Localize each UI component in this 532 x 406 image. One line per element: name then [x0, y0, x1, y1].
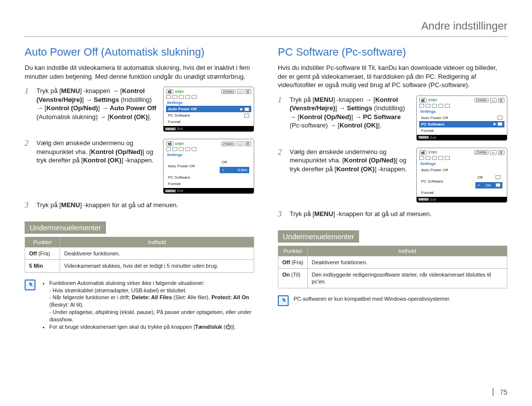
step-1-text: Tryk på [MENU] ‑knappen → [Kontrol (Vens… [290, 95, 411, 130]
right-title: PC Software (Pc-software) [278, 46, 507, 59]
battery-icon: ▥ [498, 150, 504, 155]
col-indhold: Indhold [60, 237, 254, 248]
menu-item-auto-power-off: Auto Power Off▶ [166, 106, 251, 112]
pc-icon [244, 114, 249, 118]
menu-item-format: Format [166, 181, 251, 187]
option-5min: 5 Min [220, 167, 249, 173]
stby-label: STBY [175, 90, 184, 94]
minutes-label: 254Min [221, 90, 235, 94]
step-3-text: Tryk på [MENU] ‑knappen for at gå ud af … [36, 201, 254, 210]
stby-label: STBY [175, 142, 184, 146]
clock-icon [244, 107, 249, 111]
sd-icon: ▭ [490, 98, 497, 103]
pc-icon [498, 122, 502, 126]
on-icon [496, 183, 500, 187]
menu-item-auto-power-off: Auto Power Off [419, 167, 504, 173]
menu-tag: MENU [165, 127, 176, 130]
minutes-label: 254Min [221, 142, 235, 146]
minutes-label: 254Min [474, 98, 489, 102]
submenu-heading: Undermenuelementer [25, 221, 106, 234]
settings-label: Settings [418, 108, 505, 115]
right-intro: Hvis du indstiller Pc-software til Til, … [278, 63, 507, 90]
sd-icon: ▭ [237, 141, 243, 146]
note-icon: ✎ [25, 280, 35, 290]
settings-label: Settings [418, 160, 505, 167]
step-number: 2 [25, 139, 32, 148]
col-indhold: Indhold [307, 246, 507, 256]
menu-item-pc-software: PC Software Off On [419, 173, 504, 189]
table-row-off: Off (Fra) [25, 248, 60, 260]
submenu-table: PunkterIndhold Off (Fra)Deaktiverer funk… [278, 246, 507, 288]
menu-item-format: Format [419, 127, 504, 134]
camera-screen-4: 📹 STBY 254Min ▭ ▥ Settings Auto Power Of… [416, 148, 507, 203]
camera-icon: 📹 [419, 150, 427, 155]
page-header: Andre indstillinger [25, 20, 507, 37]
exit-label: Exit [431, 198, 436, 201]
step-2-text: Vælg den ønskede undermenu og menupunkte… [290, 148, 411, 174]
battery-icon: ▥ [245, 141, 251, 146]
clock-icon [498, 116, 502, 120]
col-punkter: Punkter [25, 237, 60, 248]
minutes-label: 254Min [474, 150, 489, 155]
stby-label: STBY [428, 98, 437, 102]
camera-screen-3: 📹 STBY 254Min ▭ ▥ Settings Auto Power Of… [416, 95, 507, 141]
submenu-heading: Undermenuelementer [278, 230, 359, 243]
menu-item-pc-software: PC Software▶ [419, 121, 504, 127]
check-icon [222, 168, 225, 172]
settings-label: Settings [165, 152, 252, 158]
step-number: 2 [278, 148, 285, 156]
menu-tag: MENU [418, 198, 429, 201]
menu-item-pc-software: PC Software [166, 174, 251, 181]
note-icon: ✎ [278, 295, 289, 306]
exit-label: Exit [177, 127, 183, 130]
camera-icon: 📹 [166, 141, 173, 146]
step-number: 1 [25, 87, 32, 95]
col-punkter: Punkter [278, 246, 308, 256]
battery-icon: ▥ [245, 89, 251, 94]
left-title: Auto Power Off (Automatisk slukning) [25, 46, 254, 59]
menu-tag: MENU [165, 189, 176, 192]
battery-icon: ▥ [498, 98, 504, 103]
menu-item-format: Format [166, 119, 251, 125]
menu-item-auto-power-off: Auto Power Off [419, 115, 504, 121]
step-3-text: Tryk på [MENU] ‑knappen for at gå ud af … [290, 210, 507, 219]
off-icon [496, 175, 500, 179]
note-block: ✎ PC-softwaren er kun kompatibel med Win… [278, 295, 507, 306]
menu-item-format: Format [419, 189, 504, 196]
menu-item-auto-power-off: Auto Power Off Off 5 Min [166, 158, 251, 174]
menu-item-pc-software: PC Software [166, 112, 251, 119]
stby-label: STBY [428, 151, 437, 154]
exit-label: Exit [177, 189, 183, 192]
power-icon [226, 324, 231, 330]
camera-icon: 📹 [166, 89, 173, 94]
table-row-on: On (Til) [278, 268, 308, 288]
sd-icon: ▭ [237, 89, 243, 94]
note-bullet-2: For at bruge videokameraet igen skal du … [49, 323, 254, 331]
left-intro: Du kan indstille dit videokamera til aut… [25, 63, 254, 81]
step-1-text: Tryk på [MENU] ‑knappen → [Kontrol (Vens… [36, 87, 158, 121]
note-block: ✎ Funktionen Automatisk slukning virker … [25, 280, 254, 331]
right-column: PC Software (Pc-software) Hvis du indsti… [278, 46, 507, 331]
left-column: Auto Power Off (Automatisk slukning) Du … [25, 46, 254, 331]
check-icon [477, 183, 481, 187]
menu-tag: MENU [418, 136, 429, 139]
triangle-right-icon: ▶ [494, 122, 496, 126]
note-bullet-1: Funktionen Automatisk slukning virker ik… [49, 280, 254, 323]
settings-label: Settings [165, 99, 252, 106]
camera-screen-2: 📹 STBY 254Min ▭ ▥ Settings Auto Power Of… [163, 139, 254, 194]
step-2-text: Vælg den ønskede undermenu og menupunkte… [36, 139, 158, 165]
sd-icon: ▭ [490, 150, 497, 155]
submenu-table: PunkterIndhold Off (Fra)Deaktiverer funk… [25, 237, 254, 273]
option-on: On [475, 182, 502, 188]
option-off: Off [220, 159, 249, 165]
camera-icon: 📹 [419, 98, 427, 103]
step-number: 1 [278, 95, 285, 104]
table-row-5min: 5 Min [25, 260, 60, 272]
option-off: Off [475, 174, 502, 181]
exit-label: Exit [431, 136, 436, 139]
note-text: PC-softwaren er kun kompatibel med Windo… [294, 295, 451, 306]
table-row-off: Off (Fra) [278, 256, 308, 268]
step-number: 3 [278, 210, 285, 219]
step-number: 3 [25, 201, 32, 210]
triangle-right-icon: ▶ [240, 107, 243, 111]
